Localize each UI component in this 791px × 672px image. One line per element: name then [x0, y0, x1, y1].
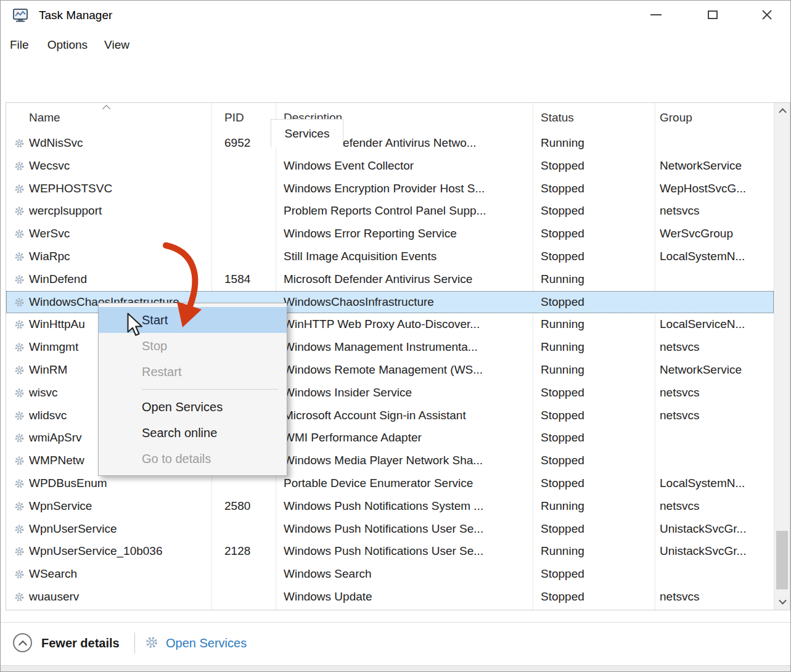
service-row[interactable]: WpnUserServiceWindows Push Notifications…	[6, 518, 774, 541]
service-description-cell: Microsoft Defender Antivirus Service	[284, 268, 530, 291]
service-description-cell: Microsoft Account Sign-in Assistant	[284, 404, 530, 427]
chevron-up-circle-icon	[18, 640, 27, 649]
service-description-cell: Windows Push Notifications User Se...	[284, 540, 530, 563]
fewer-details-toggle[interactable]	[13, 633, 32, 652]
service-gear-icon	[14, 387, 27, 400]
service-gear-icon	[14, 342, 27, 354]
service-status-cell: Stopped	[541, 155, 652, 178]
service-row[interactable]: WdNisSvc6952Microsoft Defender Antivirus…	[6, 132, 774, 155]
service-group-cell	[660, 291, 772, 314]
service-group-cell: netsvcs	[660, 586, 772, 608]
context-menu-item-start[interactable]: Start	[99, 307, 287, 333]
column-header-pid[interactable]: PID	[224, 103, 244, 132]
service-status-cell: Running	[541, 359, 652, 382]
window-title: Task Manager	[39, 1, 112, 30]
context-menu-item-search-online[interactable]: Search online	[99, 420, 287, 446]
service-gear-icon	[14, 137, 27, 150]
fewer-details-label[interactable]: Fewer details	[41, 623, 120, 663]
service-status-cell: Stopped	[541, 178, 652, 200]
service-group-cell	[660, 132, 772, 155]
maximize-button[interactable]	[697, 1, 728, 29]
service-description-cell: WMI Performance Adapter	[284, 427, 530, 449]
service-status-cell: Running	[541, 336, 652, 359]
context-menu-item-stop[interactable]: Stop	[99, 333, 287, 359]
service-row[interactable]: wercplsupportProblem Reports Control Pan…	[6, 200, 774, 223]
service-status-cell: Stopped	[541, 518, 652, 541]
service-group-cell: WepHostSvcG...	[660, 178, 772, 200]
service-row[interactable]: WEPHOSTSVCWindows Encryption Provider Ho…	[6, 178, 774, 200]
service-description-cell: WinHTTP Web Proxy Auto-Discover...	[284, 313, 530, 336]
tab-services[interactable]: Services	[271, 119, 343, 147]
service-name-cell: WEPHOSTSVC	[29, 178, 211, 200]
service-description-cell: Windows Encryption Provider Host S...	[284, 178, 530, 200]
service-pid-cell	[224, 518, 277, 541]
service-gear-icon	[14, 591, 27, 604]
service-pid-cell: 1584	[224, 268, 277, 291]
service-description-cell: Windows Insider Service	[284, 382, 530, 404]
service-status-cell: Stopped	[541, 449, 652, 472]
service-group-cell: netsvcs	[660, 404, 772, 427]
scrollbar-thumb[interactable]	[776, 531, 788, 589]
close-button[interactable]	[752, 1, 782, 29]
menu-file[interactable]: File	[10, 38, 29, 52]
service-description-cell: Still Image Acquisition Events	[284, 245, 530, 268]
service-group-cell: netsvcs	[660, 200, 772, 223]
service-gear-icon	[14, 478, 27, 490]
scroll-up-button[interactable]	[774, 103, 790, 120]
column-header-group[interactable]: Group	[660, 103, 692, 132]
column-header-name[interactable]: Name	[29, 103, 60, 132]
service-row[interactable]: WinDefend1584Microsoft Defender Antiviru…	[6, 268, 774, 291]
service-pid-cell: 2580	[224, 495, 277, 518]
menu-view[interactable]: View	[104, 38, 129, 52]
service-name-cell: WinDefend	[29, 268, 211, 291]
context-menu-item-restart[interactable]: Restart	[99, 359, 287, 385]
footer: Fewer details Open Services	[1, 623, 790, 665]
service-group-cell: LocalSystemN...	[660, 472, 772, 495]
service-name-cell: Wecsvc	[29, 155, 211, 178]
service-group-cell: netsvcs	[660, 495, 772, 518]
service-row[interactable]: WerSvcWindows Error Reporting ServiceSto…	[6, 223, 774, 245]
scroll-down-button[interactable]	[774, 593, 790, 610]
column-header-status[interactable]: Status	[541, 103, 574, 132]
service-group-cell: NetworkService	[660, 155, 772, 178]
service-row[interactable]: WpnService2580Windows Push Notifications…	[6, 495, 774, 518]
service-group-cell: netsvcs	[660, 382, 772, 404]
close-icon	[761, 9, 773, 20]
service-gear-icon	[14, 160, 27, 173]
service-row[interactable]: wuauservWindows UpdateStoppednetsvcs	[6, 586, 774, 608]
service-name-cell: WpnService	[29, 495, 211, 518]
service-row[interactable]: WpnUserService_10b0362128Windows Push No…	[6, 540, 774, 563]
tab-bar: Processes Performance Users Details Serv…	[1, 59, 790, 89]
service-row[interactable]: WiaRpcStill Image Acquisition EventsStop…	[6, 245, 774, 268]
service-status-cell: Running	[541, 540, 652, 563]
service-group-cell: netsvcs	[660, 336, 772, 359]
menu-options[interactable]: Options	[47, 38, 88, 52]
menubar: File Options View	[1, 30, 790, 59]
context-menu-item-open-services[interactable]: Open Services	[99, 394, 287, 420]
vertical-scrollbar[interactable]	[774, 103, 790, 610]
services-gear-icon	[144, 635, 159, 650]
task-manager-window: Task Manager File Options View Processes…	[0, 0, 791, 672]
service-description-cell: Windows Media Player Network Sha...	[284, 449, 530, 472]
open-services-link[interactable]: Open Services	[166, 623, 247, 663]
service-gear-icon	[14, 251, 27, 263]
service-status-cell: Stopped	[541, 427, 652, 449]
sort-ascending-icon	[102, 105, 110, 113]
service-gear-icon	[14, 183, 27, 195]
service-status-cell: Running	[541, 132, 652, 155]
service-description-cell: WindowsChaosInfrastructure	[284, 291, 530, 314]
service-row[interactable]: WecsvcWindows Event CollectorStoppedNetw…	[6, 155, 774, 178]
service-pid-cell	[224, 563, 277, 586]
service-gear-icon	[14, 523, 27, 536]
service-status-cell: Stopped	[541, 382, 652, 404]
context-menu-separator	[142, 389, 278, 390]
service-gear-icon	[14, 455, 27, 467]
context-menu: StartStopRestartOpen ServicesSearch onli…	[98, 303, 287, 476]
context-menu-item-go-to-details[interactable]: Go to details	[99, 446, 287, 472]
service-group-cell: LocalSystemN...	[660, 245, 772, 268]
service-gear-icon	[14, 568, 27, 581]
service-description-cell: Windows Push Notifications User Se...	[284, 518, 530, 541]
service-name-cell: WiaRpc	[29, 245, 211, 268]
service-row[interactable]: WSearchWindows SearchStopped	[6, 563, 774, 586]
minimize-button[interactable]	[641, 1, 671, 29]
